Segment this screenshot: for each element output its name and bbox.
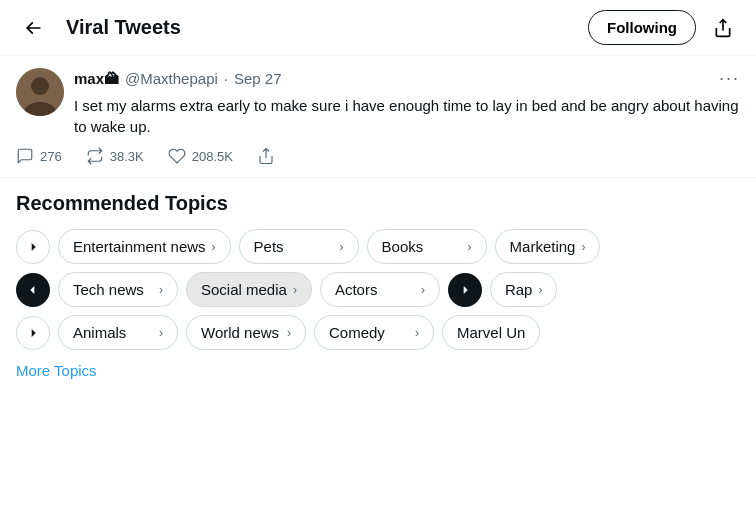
topics-title: Recommended Topics	[16, 192, 740, 215]
chevron-right-icon: ›	[212, 240, 216, 254]
header: Viral Tweets Following	[0, 0, 756, 56]
retweet-count: 38.3K	[110, 149, 144, 164]
topic-label: World news	[201, 324, 279, 341]
chevron-right-icon: ›	[159, 326, 163, 340]
topics-section: Recommended Topics Entertainment news › …	[0, 178, 756, 350]
topic-label: Marvel Un	[457, 324, 525, 341]
tweet-user-row: max🏔 @Maxthepapi · Sep 27 ···	[74, 68, 740, 89]
topic-label: Social media	[201, 281, 287, 298]
topic-pill-actors[interactable]: Actors ›	[320, 272, 440, 307]
tweet-handle: @Maxthepapi	[125, 70, 218, 87]
topic-label: Rap	[505, 281, 533, 298]
topic-pill-marketing[interactable]: Marketing ›	[495, 229, 601, 264]
chevron-right-icon: ›	[159, 283, 163, 297]
chevron-right-icon: ›	[538, 283, 542, 297]
topic-pill-marvel-un[interactable]: Marvel Un	[442, 315, 540, 350]
topic-label: Comedy	[329, 324, 385, 341]
scroll-right-row3[interactable]	[16, 316, 50, 350]
reply-count: 276	[40, 149, 62, 164]
topic-pill-animals[interactable]: Animals ›	[58, 315, 178, 350]
chevron-right-icon: ›	[421, 283, 425, 297]
chevron-right-icon: ›	[293, 283, 297, 297]
topic-label: Actors	[335, 281, 378, 298]
avatar	[16, 68, 64, 116]
topic-pill-entertainment-news[interactable]: Entertainment news ›	[58, 229, 231, 264]
topic-pill-world-news[interactable]: World news ›	[186, 315, 306, 350]
scroll-right-row2[interactable]	[448, 273, 482, 307]
topics-row-1: Entertainment news › Pets › Books › Mark…	[16, 229, 740, 264]
topics-row-2: Tech news › Social media › Actors › Rap …	[16, 272, 740, 307]
chevron-right-icon: ›	[581, 240, 585, 254]
topic-pill-social-media[interactable]: Social media ›	[186, 272, 312, 307]
share-button[interactable]	[706, 11, 740, 45]
reply-action[interactable]: 276	[16, 147, 62, 165]
chevron-right-icon: ›	[468, 240, 472, 254]
page-title: Viral Tweets	[66, 16, 181, 39]
topic-label: Pets	[254, 238, 284, 255]
tweet-date-value: Sep 27	[234, 70, 282, 87]
like-count: 208.5K	[192, 149, 233, 164]
tweet-date: ·	[224, 70, 228, 87]
topic-pill-comedy[interactable]: Comedy ›	[314, 315, 434, 350]
tweet-user-info: max🏔 @Maxthepapi · Sep 27	[74, 70, 282, 87]
topics-row-3: Animals › World news › Comedy › Marvel U…	[16, 315, 740, 350]
tweet-actions: 276 38.3K 208.5K	[16, 147, 740, 165]
topic-pill-pets[interactable]: Pets ›	[239, 229, 359, 264]
header-left: Viral Tweets	[16, 11, 181, 45]
topic-pill-rap[interactable]: Rap ›	[490, 272, 558, 307]
tweet-card: max🏔 @Maxthepapi · Sep 27 ··· I set my a…	[0, 56, 756, 178]
chevron-right-icon: ›	[340, 240, 344, 254]
topic-label: Marketing	[510, 238, 576, 255]
topic-label: Animals	[73, 324, 126, 341]
chevron-right-icon: ›	[287, 326, 291, 340]
retweet-action[interactable]: 38.3K	[86, 147, 144, 165]
svg-point-1	[31, 77, 49, 95]
scroll-left-row2[interactable]	[16, 273, 50, 307]
scroll-right-row1[interactable]	[16, 230, 50, 264]
topic-label: Books	[382, 238, 424, 255]
tweet-more-options[interactable]: ···	[719, 68, 740, 89]
topic-label: Entertainment news	[73, 238, 206, 255]
following-button[interactable]: Following	[588, 10, 696, 45]
header-actions: Following	[588, 10, 740, 45]
topic-pill-books[interactable]: Books ›	[367, 229, 487, 264]
tweet-meta: max🏔 @Maxthepapi · Sep 27 ··· I set my a…	[74, 68, 740, 137]
topic-pill-tech-news[interactable]: Tech news ›	[58, 272, 178, 307]
back-button[interactable]	[16, 11, 50, 45]
tweet-username: max🏔	[74, 70, 119, 87]
tweet-top: max🏔 @Maxthepapi · Sep 27 ··· I set my a…	[16, 68, 740, 137]
share-action[interactable]	[257, 147, 275, 165]
more-topics-link[interactable]: More Topics	[0, 350, 756, 391]
chevron-right-icon: ›	[415, 326, 419, 340]
tweet-text: I set my alarms extra early to make sure…	[74, 95, 740, 137]
topic-label: Tech news	[73, 281, 144, 298]
like-action[interactable]: 208.5K	[168, 147, 233, 165]
